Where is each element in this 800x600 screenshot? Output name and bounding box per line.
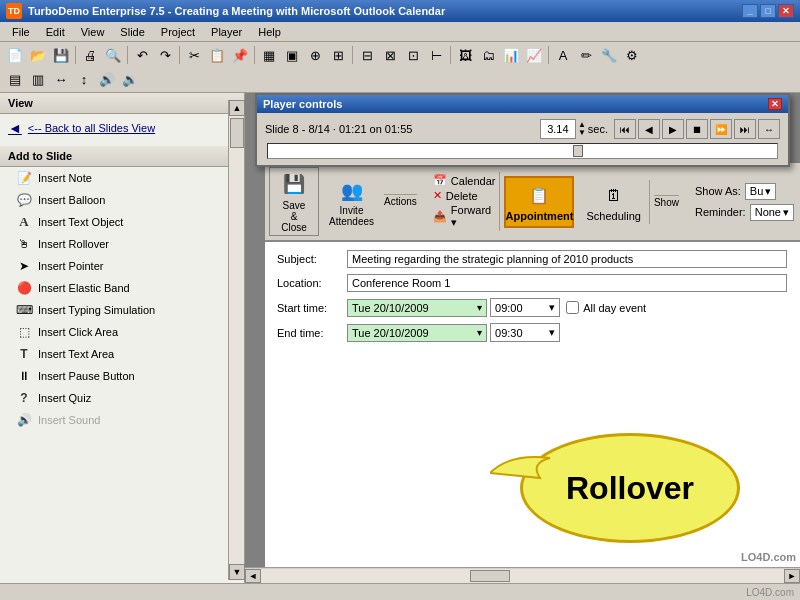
end-time-field[interactable]: 09:30 ▾ <box>490 323 560 342</box>
tb-btn-6[interactable]: ⊠ <box>379 44 401 66</box>
insert-balloon-item[interactable]: 💬 Insert Balloon <box>0 189 244 211</box>
reminder-dropdown[interactable]: None ▾ <box>750 204 794 221</box>
insert-typing-item[interactable]: ⌨ Insert Typing Simulation <box>0 299 244 321</box>
start-date-field[interactable]: Tue 20/10/2009 ▾ <box>347 299 487 317</box>
print-button[interactable]: 🖨 <box>79 44 101 66</box>
new-button[interactable]: 📄 <box>4 44 26 66</box>
end-date-arrow[interactable]: ▾ <box>477 327 482 338</box>
player-progress-thumb[interactable] <box>573 145 583 157</box>
player-ff-button[interactable]: ⏩ <box>710 119 732 139</box>
player-close-button[interactable]: ✕ <box>768 98 782 110</box>
player-controls-dialog: Player controls ✕ Slide 8 - 8/14 · 01:21… <box>255 93 790 167</box>
player-prev-button[interactable]: ◀ <box>638 119 660 139</box>
time-down-icon[interactable]: ▼ <box>578 129 586 137</box>
insert-rollover-item[interactable]: 🖱 Insert Rollover <box>0 233 244 255</box>
tb2-btn-1[interactable]: ▤ <box>4 68 26 90</box>
insert-click-area-item[interactable]: ⬚ Insert Click Area <box>0 321 244 343</box>
preview-button[interactable]: 🔍 <box>102 44 124 66</box>
forward-button[interactable]: 📤 Forward ▾ <box>433 204 496 229</box>
paste-button[interactable]: 📌 <box>229 44 251 66</box>
scroll-down-btn[interactable]: ▼ <box>229 564 245 580</box>
tb-btn-4[interactable]: ⊞ <box>327 44 349 66</box>
menu-slide[interactable]: Slide <box>112 24 152 40</box>
reminder-row: Reminder: None ▾ <box>695 204 794 221</box>
menu-player[interactable]: Player <box>203 24 250 40</box>
tb-btn-5[interactable]: ⊟ <box>356 44 378 66</box>
tb-extra-3[interactable]: 🔧 <box>598 44 620 66</box>
calendar-button[interactable]: 📅 Calendar <box>433 174 496 187</box>
location-input[interactable] <box>347 274 787 292</box>
insert-sound-item[interactable]: 🔊 Insert Sound <box>0 409 244 431</box>
tb-btn-1[interactable]: ▦ <box>258 44 280 66</box>
scheduling-button[interactable]: 🗓 Scheduling <box>578 180 649 224</box>
appointment-button[interactable]: 📋 Appointment <box>504 176 574 228</box>
left-vert-scroll[interactable]: ▲ ▼ <box>228 100 244 580</box>
delete-button[interactable]: ✕ Delete <box>433 189 496 202</box>
undo-button[interactable]: ↶ <box>131 44 153 66</box>
tb-img-1[interactable]: 🖼 <box>454 44 476 66</box>
tb-btn-7[interactable]: ⊡ <box>402 44 424 66</box>
insert-pause-button-item[interactable]: ⏸ Insert Pause Button <box>0 365 244 387</box>
copy-button[interactable]: 📋 <box>206 44 228 66</box>
time-spinner[interactable]: ▲ ▼ <box>578 121 586 137</box>
menu-view[interactable]: View <box>73 24 113 40</box>
tb-extra-4[interactable]: ⚙ <box>621 44 643 66</box>
insert-quiz-item[interactable]: ? Insert Quiz <box>0 387 244 409</box>
player-progress-bar[interactable] <box>267 143 778 159</box>
h-scroll-left-btn[interactable]: ◄ <box>245 569 261 583</box>
tb-img-3[interactable]: 📊 <box>500 44 522 66</box>
start-time-field[interactable]: 09:00 ▾ <box>490 298 560 317</box>
tb2-btn-3[interactable]: ↔ <box>50 68 72 90</box>
redo-button[interactable]: ↷ <box>154 44 176 66</box>
save-button[interactable]: 💾 <box>50 44 72 66</box>
subject-label: Subject: <box>277 253 347 265</box>
minimize-button[interactable]: _ <box>742 4 758 18</box>
maximize-button[interactable]: □ <box>760 4 776 18</box>
start-date-arrow[interactable]: ▾ <box>477 302 482 313</box>
insert-note-item[interactable]: 📝 Insert Note <box>0 167 244 189</box>
player-stop-button[interactable]: ⏹ <box>686 119 708 139</box>
player-extra-button[interactable]: ↔ <box>758 119 780 139</box>
subject-input[interactable] <box>347 250 787 268</box>
tb-btn-2[interactable]: ▣ <box>281 44 303 66</box>
h-scroll-thumb[interactable] <box>470 570 510 582</box>
insert-text-object-item[interactable]: A Insert Text Object <box>0 211 244 233</box>
insert-pointer-item[interactable]: ➤ Insert Pointer <box>0 255 244 277</box>
back-to-slides-button[interactable]: ◄ <-- Back to all Slides View <box>0 114 244 142</box>
tb2-btn-6[interactable]: 🔉 <box>119 68 141 90</box>
tb-img-2[interactable]: 🗂 <box>477 44 499 66</box>
cut-button[interactable]: ✂ <box>183 44 205 66</box>
h-scroll-track[interactable] <box>261 569 784 583</box>
rollover-icon: 🖱 <box>16 236 32 252</box>
open-button[interactable]: 📂 <box>27 44 49 66</box>
tb-img-4[interactable]: 📈 <box>523 44 545 66</box>
menu-file[interactable]: File <box>4 24 38 40</box>
tb-extra-1[interactable]: A <box>552 44 574 66</box>
save-close-button[interactable]: 💾 Save &Close <box>269 167 319 236</box>
close-button[interactable]: ✕ <box>778 4 794 18</box>
tb-btn-3[interactable]: ⊕ <box>304 44 326 66</box>
show-as-dropdown[interactable]: Bu ▾ <box>745 183 776 200</box>
menu-edit[interactable]: Edit <box>38 24 73 40</box>
all-day-checkbox[interactable] <box>566 301 579 314</box>
scroll-thumb[interactable] <box>230 118 244 148</box>
insert-text-area-item[interactable]: T Insert Text Area <box>0 343 244 365</box>
player-play-button[interactable]: ▶ <box>662 119 684 139</box>
insert-elastic-band-item[interactable]: 🔴 Insert Elastic Band <box>0 277 244 299</box>
tb-btn-8[interactable]: ⊢ <box>425 44 447 66</box>
insert-rollover-label: Insert Rollover <box>38 238 109 250</box>
end-date-field[interactable]: Tue 20/10/2009 ▾ <box>347 324 487 342</box>
h-scroll-right-btn[interactable]: ► <box>784 569 800 583</box>
scroll-up-btn[interactable]: ▲ <box>229 100 245 116</box>
tb2-btn-2[interactable]: ▥ <box>27 68 49 90</box>
menu-project[interactable]: Project <box>153 24 203 40</box>
text-area-icon: T <box>16 346 32 362</box>
player-first-button[interactable]: ⏮ <box>614 119 636 139</box>
menu-help[interactable]: Help <box>250 24 289 40</box>
tb-extra-2[interactable]: ✏ <box>575 44 597 66</box>
player-last-button[interactable]: ⏭ <box>734 119 756 139</box>
invite-btn[interactable]: 👥 InviteAttendees <box>323 175 380 229</box>
tb2-btn-5[interactable]: 🔊 <box>96 68 118 90</box>
tb2-btn-4[interactable]: ↕ <box>73 68 95 90</box>
time-input[interactable] <box>540 119 576 139</box>
